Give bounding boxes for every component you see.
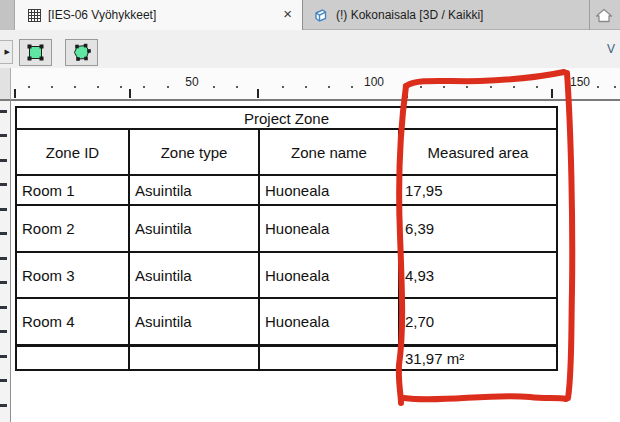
ruler-tick	[443, 86, 445, 88]
column-header-zone-id[interactable]: Zone ID	[16, 129, 129, 175]
ruler-tick	[213, 86, 215, 88]
ruler-tick	[0, 159, 7, 162]
cell-zone-type[interactable]: Asuintila	[129, 298, 259, 346]
column-header-zone-name[interactable]: Zone name	[259, 129, 399, 175]
ruler-tick	[0, 404, 7, 407]
ruler-tick	[328, 86, 330, 88]
cell-zone-id[interactable]: Room 2	[16, 205, 129, 252]
cell-zone-type[interactable]: Asuintila	[129, 175, 259, 205]
ruler-tick	[0, 330, 7, 333]
ruler-tick	[143, 86, 145, 88]
ruler-tick	[0, 208, 7, 211]
schedule-title[interactable]: Project Zone	[16, 107, 557, 129]
cell-zone-type[interactable]: Asuintila	[129, 205, 259, 252]
close-icon[interactable]: ×	[283, 6, 292, 21]
ruler-corner-box	[0, 68, 11, 101]
vertical-ruler[interactable]	[0, 101, 11, 422]
empty-cell[interactable]	[129, 346, 259, 371]
tab-label: [IES-06 Vyöhykkeet]	[48, 8, 156, 22]
ruler-label: 100	[360, 75, 388, 89]
zone-rectangle-icon	[25, 42, 46, 63]
cell-zone-type[interactable]: Asuintila	[129, 252, 259, 298]
empty-cell[interactable]	[259, 346, 399, 371]
empty-cell[interactable]	[16, 346, 129, 371]
ruler-tick	[282, 86, 284, 88]
ruler-tick	[466, 86, 468, 88]
ruler-tick	[0, 232, 7, 235]
tab-bar: [IES-06 Vyöhykkeet] × (!) Kokonaisala [3…	[0, 0, 620, 30]
3d-box-icon	[312, 7, 329, 24]
cell-zone-name[interactable]: Huoneala	[259, 298, 399, 346]
ruler-column-marker[interactable]	[129, 89, 131, 98]
tab-schedule-zones[interactable]: [IES-06 Vyöhykkeet] ×	[15, 0, 303, 30]
table-row: Room 4 Asuintila Huoneala 2,70	[16, 298, 557, 346]
ruler-tick	[236, 86, 238, 88]
toolbar-right-text: V	[607, 42, 615, 56]
horizontal-ruler[interactable]: 50 100 150	[0, 68, 620, 101]
app-window: [IES-06 Vyöhykkeet] × (!) Kokonaisala [3…	[0, 0, 620, 422]
ruler-tick	[0, 281, 7, 284]
table-title-row: Project Zone	[16, 107, 557, 129]
ruler-tick	[536, 86, 538, 88]
toolbar-overflow-button[interactable]: ▶	[0, 40, 13, 64]
ruler-tick	[74, 86, 76, 88]
ruler-column-marker[interactable]	[551, 89, 553, 98]
ruler-tick	[490, 86, 492, 88]
table-header-row: Zone ID Zone type Zone name Measured are…	[16, 129, 557, 175]
cell-zone-id[interactable]: Room 1	[16, 175, 129, 205]
ruler-tick	[513, 86, 515, 88]
ruler-tick	[0, 257, 7, 260]
ruler-tick	[614, 86, 616, 88]
ruler-tick	[0, 183, 7, 186]
ruler-tick	[0, 355, 7, 358]
cell-measured-area[interactable]: 2,70	[399, 298, 557, 346]
cell-measured-area[interactable]: 4,93	[399, 252, 557, 298]
total-measured-area[interactable]: 31,97 m²	[399, 346, 557, 371]
table-total-row: 31,97 m²	[16, 346, 557, 371]
zone-polygon-icon	[70, 42, 93, 63]
ruler-tick	[167, 86, 169, 88]
tab-bar-left-edge	[0, 0, 15, 30]
ruler-tick	[0, 110, 7, 113]
zone-rectangle-tool-button[interactable]	[19, 39, 52, 66]
cell-zone-name[interactable]: Huoneala	[259, 205, 399, 252]
overflow-arrow-icon: ▶	[5, 48, 10, 56]
ruler-tick	[0, 134, 7, 137]
ruler-tick	[305, 86, 307, 88]
cell-zone-name[interactable]: Huoneala	[259, 175, 399, 205]
ruler-tick	[597, 86, 599, 88]
column-header-zone-type[interactable]: Zone type	[129, 129, 259, 175]
ruler-column-marker[interactable]	[14, 89, 16, 98]
cell-measured-area[interactable]: 17,95	[399, 175, 557, 205]
ruler-tick	[0, 379, 7, 382]
table-row: Room 2 Asuintila Huoneala 6,39	[16, 205, 557, 252]
cell-zone-id[interactable]: Room 3	[16, 252, 129, 298]
zone-schedule-table: Project Zone Zone ID Zone type Zone name…	[15, 106, 558, 371]
table-row: Room 1 Asuintila Huoneala 17,95	[16, 175, 557, 205]
toolbar: ▶ V	[0, 30, 620, 68]
ruler-label: 150	[566, 75, 594, 89]
ruler-tick	[420, 86, 422, 88]
ruler-tick	[51, 86, 53, 88]
ruler-label: 50	[178, 75, 206, 89]
ruler-column-marker[interactable]	[406, 89, 408, 98]
ruler-tick	[120, 86, 122, 88]
ruler-tick	[28, 86, 30, 88]
ruler-tick	[97, 86, 99, 88]
cell-measured-area[interactable]: 6,39	[399, 205, 557, 252]
cell-zone-name[interactable]: Huoneala	[259, 252, 399, 298]
ruler-tick	[351, 86, 353, 88]
tab-label: (!) Kokonaisala [3D / Kaikki]	[336, 8, 483, 22]
schedule-grid-icon	[28, 9, 41, 22]
table-row: Room 3 Asuintila Huoneala 4,93	[16, 252, 557, 298]
tab-floor-plan-partial[interactable]: [J	[590, 0, 620, 30]
ruler-tick	[0, 306, 7, 309]
home-icon	[595, 8, 613, 23]
column-header-measured-area[interactable]: Measured area	[399, 129, 557, 175]
zone-polygon-tool-button[interactable]	[65, 39, 98, 66]
ruler-column-marker[interactable]	[257, 89, 259, 98]
tab-3d-view[interactable]: (!) Kokonaisala [3D / Kaikki]	[303, 0, 590, 30]
cell-zone-id[interactable]: Room 4	[16, 298, 129, 346]
